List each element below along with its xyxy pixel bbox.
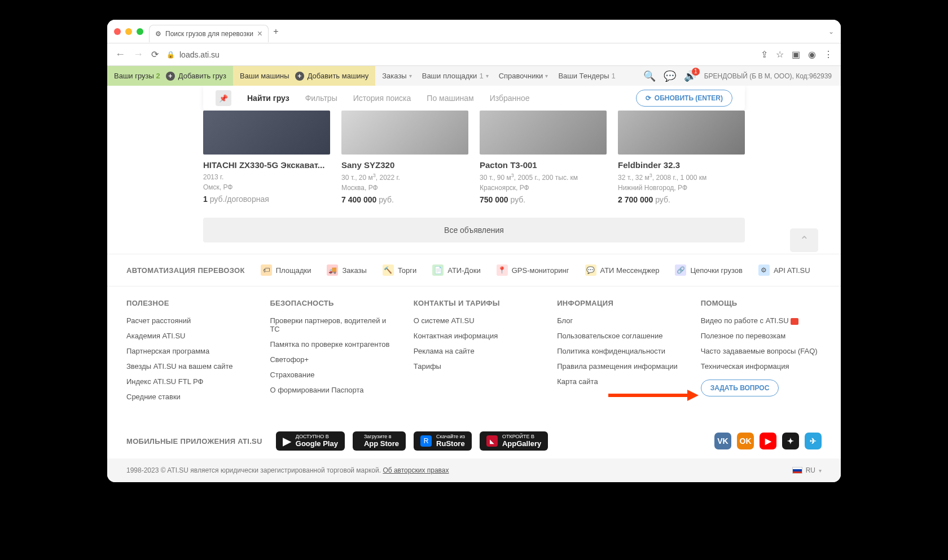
bottom-bar: 1998-2023 © ATI.SU является юридически з… <box>107 458 841 482</box>
automation-messenger[interactable]: 💬АТИ Мессенджер <box>585 264 660 276</box>
appgallery-button[interactable]: ◣ОТКРОЙТЕ ВAppGallery <box>480 431 548 451</box>
language-switcher[interactable]: RU▾ <box>792 466 822 474</box>
listing-title: Feldbinder 32.3 <box>618 160 745 170</box>
footer-link[interactable]: Светофор+ <box>270 355 390 364</box>
automation-auctions[interactable]: 🔨Торги <box>383 264 416 276</box>
panel-icon[interactable]: ▣ <box>792 49 800 60</box>
telegram-icon[interactable]: ✈ <box>805 433 822 449</box>
video-icon <box>791 318 798 325</box>
automation-orders[interactable]: 🚚Заказы <box>327 264 366 276</box>
automation-api[interactable]: ⚙API ATI.SU <box>758 264 810 276</box>
tabs-menu-icon[interactable]: ⌄ <box>828 28 834 36</box>
footer-link[interactable]: Средние ставки <box>126 393 247 401</box>
chat-icon[interactable]: 💬 <box>664 70 676 82</box>
orders-dropdown[interactable]: Заказы▾ <box>382 72 411 80</box>
add-car-button[interactable]: +Добавить машину <box>295 72 369 81</box>
automation-platforms[interactable]: 🏷Площадки <box>261 264 311 276</box>
all-listings-button[interactable]: Все объявления <box>203 218 745 242</box>
footer-heading: ПОЛЕЗНОЕ <box>126 299 247 307</box>
tenders-link[interactable]: Ваши Тендеры 1 <box>558 72 615 80</box>
search-subbar: 📌 Найти груз Фильтры История поиска По м… <box>203 86 745 111</box>
browser-titlebar: ⚙ Поиск грузов для перевозки × + ⌄ <box>107 20 841 43</box>
minimize-window[interactable] <box>125 28 132 35</box>
automation-docs[interactable]: 📄АТИ-Доки <box>432 264 480 276</box>
filters-tab[interactable]: Фильтры <box>305 94 337 103</box>
footer-link[interactable]: Индекс ATI.SU FTL РФ <box>126 377 247 386</box>
footer-link[interactable]: Видео по работе с ATI.SU <box>701 316 822 325</box>
by-cars-tab[interactable]: По машинам <box>427 94 473 103</box>
vk-icon[interactable]: VK <box>714 433 731 449</box>
bookmark-icon[interactable]: ☆ <box>776 49 784 60</box>
back-button[interactable]: ← <box>115 48 125 60</box>
listing-card[interactable]: Sany SYZ320 30 т., 20 м3, 2022 г.Москва,… <box>341 111 468 204</box>
footer-link[interactable]: Проверки партнеров, водителей и ТС <box>270 316 390 333</box>
share-icon[interactable]: ⇪ <box>761 49 768 60</box>
close-window[interactable] <box>114 28 121 35</box>
menu-icon[interactable]: ⋮ <box>824 49 833 60</box>
scroll-top-button[interactable]: ⌃ <box>790 228 818 252</box>
listing-meta: 32 т., 32 м3, 2008 г., 1 000 кмНижний Но… <box>618 172 745 193</box>
lock-icon: 🔒 <box>166 51 175 59</box>
footer-link[interactable]: Академия ATI.SU <box>126 332 247 340</box>
guides-dropdown[interactable]: Справочники▾ <box>499 72 548 80</box>
listing-card[interactable]: HITACHI ZX330-5G Экскават... 2013 г.Омск… <box>203 111 330 204</box>
new-tab-button[interactable]: + <box>273 27 278 37</box>
footer-link[interactable]: Техническая информация <box>701 362 822 371</box>
automation-chains[interactable]: 🔗Цепочки грузов <box>675 264 742 276</box>
search-icon[interactable]: 🔍 <box>643 70 656 82</box>
footer-link[interactable]: Звезды ATI.SU на вашем сайте <box>126 362 247 371</box>
footer-link[interactable]: Страхование <box>270 371 390 379</box>
automation-gps[interactable]: 📍GPS-мониторинг <box>497 264 569 276</box>
footer-link[interactable]: Часто задаваемые вопросы (FAQ) <box>701 347 822 355</box>
footer-link[interactable]: Полезное по перевозкам <box>701 332 822 340</box>
find-load-tab[interactable]: Найти груз <box>247 94 289 103</box>
footer-link[interactable]: Контактная информация <box>414 332 534 340</box>
footer-link[interactable]: О системе ATI.SU <box>414 316 534 325</box>
footer-link[interactable]: Реклама на сайте <box>414 347 534 355</box>
favorites-tab[interactable]: Избранное <box>490 94 530 103</box>
footer-link[interactable]: Партнерская программа <box>126 347 247 355</box>
refresh-icon: ⟳ <box>646 94 651 102</box>
platforms-dropdown[interactable]: Ваши площадки 1 ▾ <box>422 72 489 80</box>
footer-link[interactable]: Расчет расстояний <box>126 316 247 325</box>
profile-icon[interactable]: ◉ <box>808 49 816 60</box>
footer-link[interactable]: Блог <box>557 316 678 325</box>
footer-link[interactable]: Правила размещения информации <box>557 362 678 371</box>
ask-question-button[interactable]: ЗАДАТЬ ВОПРОС <box>701 380 779 396</box>
forward-button[interactable]: → <box>133 48 143 60</box>
app-store-button[interactable]: Загрузите вApp Store <box>353 431 406 451</box>
dzen-icon[interactable]: ✦ <box>782 433 799 449</box>
url-field[interactable]: 🔒 loads.ati.su <box>166 50 753 59</box>
copyright-link[interactable]: Об авторских правах <box>383 466 449 474</box>
listing-card[interactable]: Pacton T3-001 30 т., 90 м3, 2005 г., 200… <box>480 111 607 204</box>
close-tab-icon[interactable]: × <box>257 29 262 39</box>
footer-link[interactable]: Памятка по проверке контрагентов <box>270 340 390 349</box>
listing-price: 1 руб./договорная <box>203 195 330 204</box>
add-load-button[interactable]: +Добавить груз <box>166 72 226 81</box>
browser-tab[interactable]: ⚙ Поиск грузов для перевозки × <box>149 25 269 42</box>
footer-link[interactable]: О формировании Паспорта <box>270 386 390 394</box>
footer-link[interactable]: Тарифы <box>414 362 534 371</box>
notifications-icon[interactable]: 🔊1 <box>684 70 696 82</box>
footer-link[interactable]: Пользовательское соглашение <box>557 332 678 340</box>
history-tab[interactable]: История поиска <box>353 94 411 103</box>
footer-link[interactable]: Карта сайта <box>557 377 678 386</box>
your-cars-link[interactable]: Ваши машины <box>240 72 289 80</box>
your-loads-link[interactable]: Ваши грузы 2 <box>114 72 160 80</box>
refresh-button[interactable]: ⟳ОБНОВИТЬ (ENTER) <box>636 90 732 107</box>
listing-card[interactable]: Feldbinder 32.3 32 т., 32 м3, 2008 г., 1… <box>618 111 745 204</box>
footer-heading: БЕЗОПАСНОСТЬ <box>270 299 390 307</box>
footer-col-contacts: КОНТАКТЫ И ТАРИФЫ О системе ATI.SU Конта… <box>414 299 534 408</box>
youtube-icon[interactable]: ▶ <box>760 433 776 449</box>
google-play-button[interactable]: ▶ДОСТУПНО ВGoogle Play <box>276 431 345 451</box>
footer-link[interactable]: Политика конфиденциальности <box>557 347 678 355</box>
reload-button[interactable]: ⟳ <box>151 49 159 60</box>
rustore-button[interactable]: RСкачайте изRuStore <box>414 431 472 451</box>
listing-title: Sany SYZ320 <box>341 160 468 170</box>
brand-label[interactable]: БРЕНДОВЫЙ (Б В М, ООО), Код:962939 <box>704 72 832 80</box>
listing-meta: 30 т., 90 м3, 2005 г., 200 тыс. кмКрасно… <box>480 172 607 193</box>
window-controls <box>114 28 143 35</box>
maximize-window[interactable] <box>137 28 143 35</box>
pin-icon[interactable]: 📌 <box>216 90 231 106</box>
ok-icon[interactable]: OK <box>737 433 754 449</box>
